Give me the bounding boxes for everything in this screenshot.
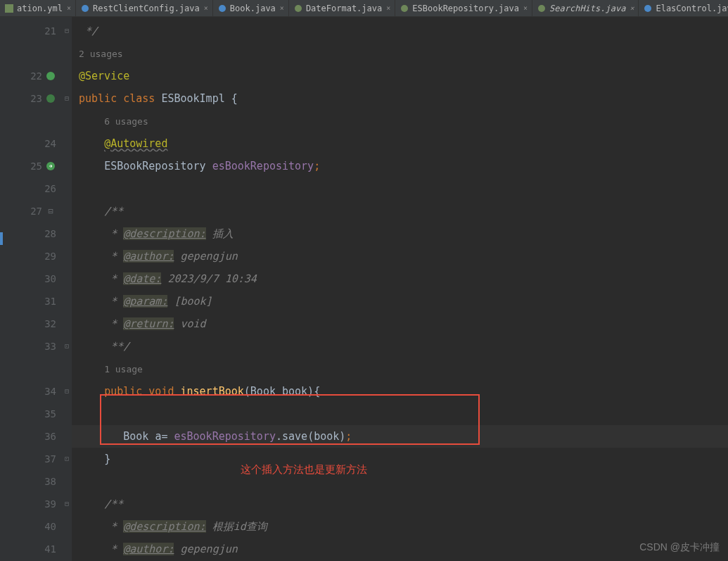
- tab-restclientconfig[interactable]: RestClientConfig.java×: [76, 0, 213, 16]
- usage-hint[interactable]: 1 usage: [104, 364, 143, 374]
- close-icon[interactable]: ×: [280, 4, 284, 12]
- svg-point-6: [644, 5, 651, 12]
- java-class-icon: [217, 4, 227, 13]
- editor-tabs: ation.yml× RestClientConfig.java× Book.j…: [0, 0, 728, 17]
- java-interface-icon: [400, 4, 409, 13]
- fold-guide-icon: ⊟: [45, 206, 56, 217]
- close-icon[interactable]: ×: [204, 4, 208, 12]
- java-interface-icon: [293, 4, 303, 13]
- spring-bean-icon[interactable]: [45, 93, 56, 104]
- svg-point-8: [46, 72, 55, 80]
- svg-point-2: [219, 5, 226, 12]
- svg-point-9: [46, 94, 55, 103]
- tab-ation-yml[interactable]: ation.yml×: [0, 0, 76, 16]
- code-text-area[interactable]: */ 2 usages @Service public class ESBook…: [72, 17, 728, 561]
- spring-bean-icon[interactable]: [45, 70, 56, 82]
- svg-point-5: [538, 5, 545, 12]
- close-icon[interactable]: ×: [386, 4, 390, 12]
- usage-hint[interactable]: 2 usages: [79, 49, 123, 59]
- close-icon[interactable]: ×: [630, 4, 634, 12]
- svg-point-1: [82, 5, 89, 12]
- svg-rect-0: [5, 4, 13, 13]
- tab-book[interactable]: Book.java×: [213, 0, 289, 16]
- annotation-text: 这个插入方法也是更新方法: [241, 463, 367, 477]
- watermark: CSDN @皮卡冲撞: [639, 541, 720, 554]
- yml-file-icon: [4, 4, 14, 13]
- tab-searchhits[interactable]: SearchHits.java×: [532, 0, 639, 16]
- svg-point-4: [401, 5, 408, 12]
- svg-point-3: [295, 5, 302, 12]
- tab-elascontrol[interactable]: ElasControl.java×: [639, 0, 728, 16]
- fold-column[interactable]: ⊟ ⊟ ⊡ ⊟ ⊡⊟: [62, 17, 72, 561]
- close-icon[interactable]: ×: [67, 4, 71, 12]
- line-gutter[interactable]: 21 22 23 24 25 26 27⊟ 28 29 30 31 32 33 …: [13, 17, 62, 561]
- java-class-icon: [643, 4, 653, 13]
- tab-esbookrepository[interactable]: ESBookRepository.java×: [395, 0, 532, 16]
- left-marker-strip: [0, 17, 13, 561]
- java-class-icon: [80, 4, 90, 13]
- change-marker[interactable]: [0, 232, 3, 245]
- java-interface-icon: [537, 4, 547, 13]
- tab-dateformat[interactable]: DateFormat.java×: [289, 0, 395, 16]
- usage-hint[interactable]: 6 usages: [104, 116, 148, 127]
- spring-di-icon[interactable]: [45, 160, 56, 172]
- close-icon[interactable]: ×: [523, 4, 528, 12]
- editor-area: 21 22 23 24 25 26 27⊟ 28 29 30 31 32 33 …: [0, 17, 728, 561]
